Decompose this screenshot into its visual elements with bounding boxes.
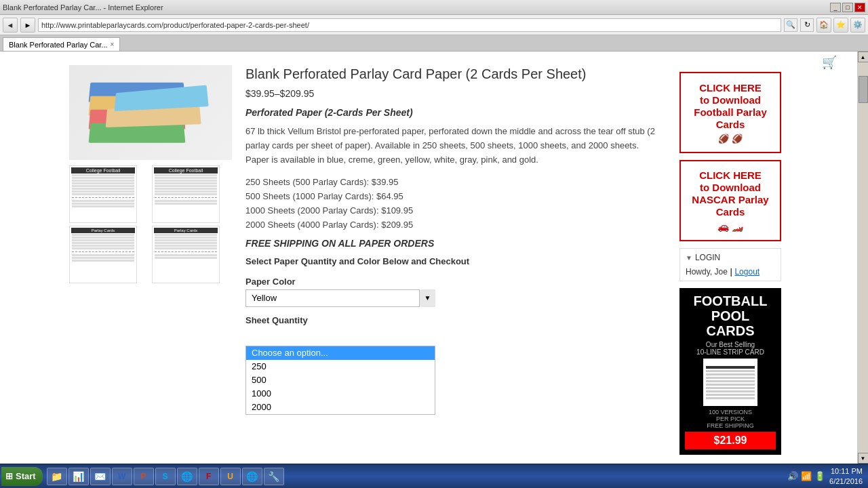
- powerpoint-icon: P: [138, 471, 149, 482]
- tray-speaker-icon[interactable]: 🔊: [787, 471, 798, 481]
- taskbar: ⊞ Start 📁 📊 ✉️ W P S 🌐: [0, 464, 868, 488]
- paper-blocks-image: [76, 68, 225, 157]
- paper-color-group: Paper Color Yellow ▼: [245, 277, 659, 307]
- logout-link[interactable]: Logout: [734, 267, 760, 277]
- address-input[interactable]: [38, 18, 781, 32]
- cart-icon[interactable]: 🛒: [822, 55, 837, 70]
- scrollbar: ▲ ▼: [857, 52, 868, 464]
- close-button[interactable]: ✕: [854, 3, 865, 12]
- uplay-icon: U: [225, 471, 236, 482]
- fp-card-image: [703, 359, 757, 406]
- nascar-ad-banner[interactable]: CLICK HEREto DownloadNASCAR ParlayCards …: [679, 160, 781, 241]
- title-bar-text: Blank Perforated Parlay Car... - Interne…: [3, 3, 163, 12]
- maximize-button[interactable]: □: [842, 3, 853, 12]
- taskbar-app-word[interactable]: W: [112, 468, 132, 485]
- main-product-image: [69, 65, 232, 160]
- login-greeting: Howdy, Joe: [686, 267, 728, 277]
- paper-color-select-wrapper: Yellow ▼: [245, 289, 435, 307]
- tab-bar: Blank Perforated Parlay Car... ×: [0, 35, 868, 52]
- start-label: Start: [16, 471, 36, 481]
- taskbar-tray: 🔊 📶 🔋 10:11 PM 6/21/2016: [783, 466, 867, 486]
- football-pool-ad[interactable]: FOOTBALLPOOLCARDS Our Best Selling10-LIN…: [679, 288, 781, 455]
- thumbnail-grid: College Football: [69, 165, 232, 283]
- football-ad-title: CLICK HEREto DownloadFootball ParlayCard…: [694, 82, 767, 131]
- misc-icon: 🔧: [269, 471, 279, 482]
- product-images: College Football: [69, 65, 232, 455]
- taskbar-app-explorer[interactable]: 📁: [47, 468, 67, 485]
- tab-close-icon[interactable]: ×: [111, 41, 115, 48]
- home-icon[interactable]: 🏠: [816, 18, 831, 33]
- tools-icon[interactable]: ⚙️: [850, 18, 865, 33]
- fp-ad-subtitle: Our Best Selling10-LINE STRIP CARD: [685, 341, 776, 356]
- select-instruction: Select Paper Quantity and Color Below an…: [245, 256, 659, 268]
- tray-network-icon[interactable]: 📶: [801, 471, 812, 481]
- product-page: College Football: [56, 52, 802, 464]
- product-title: Blank Perforated Parlay Card Paper (2 Ca…: [245, 65, 659, 83]
- system-clock: 10:11 PM 6/21/2016: [829, 466, 863, 486]
- fp-ad-title: FOOTBALLPOOLCARDS: [685, 293, 776, 338]
- start-icon: ⊞: [5, 471, 13, 481]
- tab-title: Blank Perforated Parlay Car...: [9, 41, 108, 49]
- scroll-track: [858, 62, 869, 453]
- tray-battery-icon[interactable]: 🔋: [814, 471, 825, 481]
- thumbnail-4[interactable]: Parlay Cards: [152, 226, 220, 283]
- search-icon[interactable]: 🔍: [784, 18, 797, 32]
- product-description: 67 lb thick Vellum Bristol pre-perforate…: [245, 125, 659, 167]
- taskbar-app-misc[interactable]: 🔧: [264, 468, 284, 485]
- refresh-button[interactable]: ↻: [800, 18, 814, 32]
- outlook-icon: ✉️: [95, 471, 106, 482]
- back-button[interactable]: ◄: [3, 18, 18, 33]
- window-controls: _ □ ✕: [830, 3, 865, 12]
- clock-date: 6/21/2016: [829, 476, 863, 486]
- taskbar-app-ie[interactable]: 🌐: [177, 468, 197, 485]
- address-bar: ◄ ► 🔍 ↻ 🏠 ⭐ ⚙️: [0, 15, 868, 35]
- scroll-thumb[interactable]: [859, 76, 868, 103]
- forward-button[interactable]: ►: [20, 18, 35, 33]
- taskbar-app-powerpoint[interactable]: P: [134, 468, 154, 485]
- dropdown-option-250[interactable]: 250: [246, 360, 435, 373]
- taskbar-app-uplay[interactable]: U: [220, 468, 241, 485]
- scroll-up-button[interactable]: ▲: [858, 52, 869, 62]
- browser-content: 🛒: [0, 52, 868, 464]
- taskbar-app-chrome[interactable]: 🌐: [242, 468, 262, 485]
- dropdown-option-500[interactable]: 500: [246, 373, 435, 387]
- filezilla-icon: F: [203, 471, 214, 482]
- minimize-button[interactable]: _: [830, 3, 841, 12]
- sheet-qty-label: Sheet Quantity: [245, 315, 659, 325]
- login-section: ▼ LOGIN Howdy, Joe | Logout: [679, 248, 781, 281]
- taskbar-app-excel[interactable]: 📊: [68, 468, 89, 485]
- taskbar-app-skype[interactable]: S: [155, 468, 176, 485]
- word-icon: W: [117, 471, 127, 482]
- product-subtitle: Perforated Paper (2-Cards Per Sheet): [245, 107, 659, 118]
- active-tab[interactable]: Blank Perforated Parlay Car... ×: [3, 37, 120, 51]
- title-bar: Blank Perforated Parlay Car... - Interne…: [0, 0, 868, 15]
- fp-ad-price: $21.99: [685, 432, 776, 449]
- taskbar-app-outlook[interactable]: ✉️: [90, 468, 111, 485]
- football-ad-emoji: 🏈 🏈: [718, 134, 743, 144]
- nascar-ad-emoji: 🚗 🏎️: [717, 221, 743, 232]
- login-header: ▼ LOGIN: [686, 253, 775, 262]
- free-shipping-label: FREE SHIPPING ON ALL PAPER ORDERS: [245, 238, 659, 249]
- dropdown-option-choose[interactable]: Choose an option...: [246, 346, 435, 360]
- thumbnail-3[interactable]: Parlay Cards: [69, 226, 137, 283]
- taskbar-apps: 📁 📊 ✉️ W P S 🌐 F U: [47, 468, 782, 485]
- favorites-icon[interactable]: ⭐: [833, 18, 848, 33]
- price-line-2000: 2000 Sheets (4000 Parlay Cards): $209.95: [245, 220, 659, 230]
- thumbnail-1[interactable]: College Football: [69, 165, 137, 223]
- dropdown-option-1000[interactable]: 1000: [246, 387, 435, 401]
- taskbar-app-filezilla[interactable]: F: [199, 468, 219, 485]
- start-button[interactable]: ⊞ Start: [1, 467, 43, 486]
- login-greeting-row: Howdy, Joe | Logout: [686, 266, 775, 277]
- excel-icon: 📊: [73, 471, 84, 482]
- fp-ad-note: 100 VERSIONSPER PICKFREE SHIPPING: [685, 409, 776, 429]
- right-sidebar: CLICK HEREto DownloadFootball ParlayCard…: [679, 65, 788, 455]
- price-line-500: 500 Sheets (1000 Parlay Cards): $64.95: [245, 191, 659, 201]
- clock-time: 10:11 PM: [829, 466, 863, 476]
- price-line-1000: 1000 Sheets (2000 Parlay Cards): $109.95: [245, 205, 659, 216]
- football-ad-banner[interactable]: CLICK HEREto DownloadFootball ParlayCard…: [679, 72, 781, 153]
- paper-color-select[interactable]: Yellow: [245, 289, 435, 307]
- price-line-250: 250 Sheets (500 Parlay Cards): $39.95: [245, 177, 659, 187]
- scroll-down-button[interactable]: ▼: [858, 453, 869, 464]
- thumbnail-2[interactable]: College Football: [152, 165, 220, 223]
- dropdown-option-2000[interactable]: 2000: [246, 401, 435, 414]
